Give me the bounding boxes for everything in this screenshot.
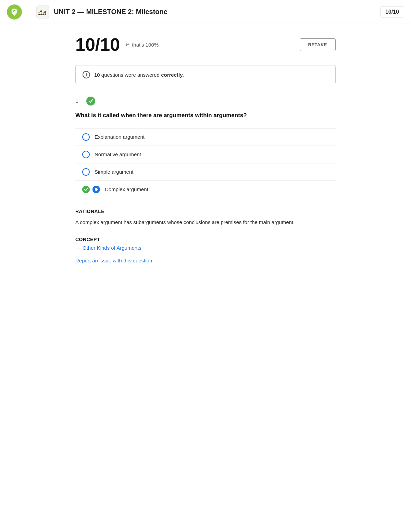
info-text: 10 questions were answered correctly.: [94, 72, 184, 78]
rationale-text: A complex argument has subarguments whos…: [75, 218, 336, 226]
svg-rect-2: [39, 13, 39, 14]
option-complex-label: Complex argument: [105, 186, 329, 192]
question-text: What is it called when there are argumen…: [75, 111, 336, 120]
concept-link[interactable]: → Other Kinds of Arguments: [75, 245, 336, 251]
header-divider: [29, 5, 29, 19]
radio-simple[interactable]: [82, 168, 90, 176]
option-normative-label: Normative argument: [95, 151, 329, 157]
report-link-label: Report an issue with this question: [75, 258, 152, 263]
svg-point-7: [40, 10, 42, 12]
svg-rect-3: [39, 12, 40, 13]
rationale-section: RATIONALE A complex argument has subargu…: [75, 209, 336, 226]
option-explanation-label: Explanation argument: [95, 134, 329, 140]
option-complex[interactable]: Complex argument: [75, 181, 336, 198]
concept-section: CONCEPT → Other Kinds of Arguments Repor…: [75, 237, 336, 264]
concept-title: CONCEPT: [75, 237, 336, 242]
option-explanation[interactable]: Explanation argument: [75, 128, 336, 146]
retake-button[interactable]: RETAKE: [300, 38, 336, 51]
option-normative[interactable]: Normative argument: [75, 146, 336, 163]
option-simple-label: Simple argument: [95, 169, 329, 175]
score-subtitle: ↩ that's 100%: [125, 41, 159, 48]
header-title: UNIT 2 — MILESTONE 2: Milestone: [54, 8, 380, 16]
svg-rect-11: [45, 14, 46, 15]
score-large: 10/10: [75, 34, 120, 55]
info-icon: i: [83, 71, 90, 78]
svg-rect-1: [38, 14, 40, 15]
svg-rect-9: [43, 12, 43, 14]
concept-link-label: Other Kinds of Arguments: [83, 245, 141, 251]
option-simple[interactable]: Simple argument: [75, 163, 336, 181]
rationale-title: RATIONALE: [75, 209, 336, 214]
svg-rect-10: [42, 12, 44, 12]
correct-answer-icon: [82, 186, 90, 193]
undo-icon: ↩: [125, 41, 130, 48]
main-content: 10/10 ↩ that's 100% RETAKE i 10 question…: [68, 24, 342, 274]
svg-rect-4: [40, 14, 42, 15]
milestone-icon: [36, 5, 50, 19]
app-header: UNIT 2 — MILESTONE 2: Milestone 10/10: [0, 0, 411, 24]
radio-complex[interactable]: [92, 186, 100, 193]
question-header: 1: [75, 97, 336, 106]
options-list: Explanation argument Normative argument …: [75, 128, 336, 198]
svg-rect-13: [44, 12, 46, 13]
question-number: 1: [75, 98, 82, 104]
svg-rect-5: [41, 12, 41, 14]
app-logo: [7, 4, 22, 20]
svg-rect-8: [42, 14, 44, 15]
svg-rect-12: [45, 13, 46, 14]
question-correct-indicator: [86, 97, 95, 106]
report-link[interactable]: Report an issue with this question: [75, 258, 152, 263]
header-score-badge: 10/10: [380, 7, 404, 17]
radio-explanation[interactable]: [82, 133, 90, 141]
info-box: i 10 questions were answered correctly.: [75, 65, 336, 84]
score-section: 10/10 ↩ that's 100% RETAKE: [75, 34, 336, 55]
svg-rect-14: [45, 11, 46, 12]
radio-complex-inner: [95, 188, 98, 191]
arrow-icon: →: [75, 245, 80, 251]
radio-normative[interactable]: [82, 151, 90, 158]
